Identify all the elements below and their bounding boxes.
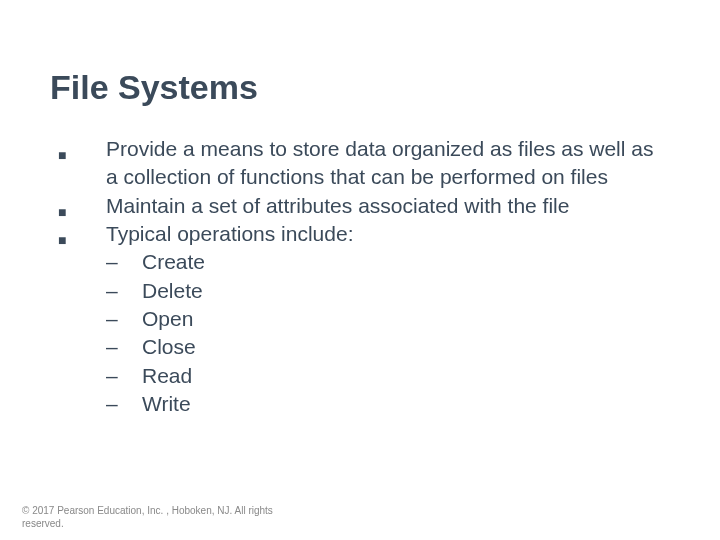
slide: File Systems ■ Provide a means to store … (0, 0, 720, 540)
sub-item: – Write (106, 390, 670, 418)
sub-marker: – (106, 248, 142, 276)
bullet-text: Typical operations include: – Create – D… (106, 220, 670, 418)
slide-title: File Systems (50, 68, 670, 107)
bullet-text: Provide a means to store data organized … (106, 135, 670, 192)
bullet-marker: ■ (58, 135, 106, 192)
sub-item: – Read (106, 362, 670, 390)
sub-text: Create (142, 248, 205, 276)
bullet-item: ■ Maintain a set of attributes associate… (58, 192, 670, 220)
sub-item: – Create (106, 248, 670, 276)
square-bullet-icon: ■ (58, 147, 66, 163)
bullet-marker: ■ (58, 192, 106, 220)
sub-text: Delete (142, 277, 203, 305)
sub-marker: – (106, 277, 142, 305)
slide-body: ■ Provide a means to store data organize… (50, 135, 670, 418)
sub-marker: – (106, 305, 142, 333)
sub-list: – Create – Delete – Open – Close (106, 248, 670, 418)
dash-icon: – (106, 392, 118, 415)
bullet-item: ■ Provide a means to store data organize… (58, 135, 670, 192)
dash-icon: – (106, 307, 118, 330)
bullet-item: ■ Typical operations include: – Create –… (58, 220, 670, 418)
bullet-text: Maintain a set of attributes associated … (106, 192, 670, 220)
dash-icon: – (106, 250, 118, 273)
sub-text: Read (142, 362, 192, 390)
dash-icon: – (106, 279, 118, 302)
sub-marker: – (106, 333, 142, 361)
footer-line: reserved. (22, 518, 273, 531)
sub-item: – Close (106, 333, 670, 361)
square-bullet-icon: ■ (58, 232, 66, 248)
sub-marker: – (106, 390, 142, 418)
dash-icon: – (106, 335, 118, 358)
dash-icon: – (106, 364, 118, 387)
bullet-marker: ■ (58, 220, 106, 418)
sub-item: – Delete (106, 277, 670, 305)
sub-text: Open (142, 305, 193, 333)
sub-text: Write (142, 390, 191, 418)
copyright-footer: © 2017 Pearson Education, Inc. , Hoboken… (22, 505, 273, 530)
footer-line: © 2017 Pearson Education, Inc. , Hoboken… (22, 505, 273, 518)
sub-item: – Open (106, 305, 670, 333)
square-bullet-icon: ■ (58, 204, 66, 220)
bullet-text-line: Typical operations include: (106, 220, 670, 248)
sub-marker: – (106, 362, 142, 390)
sub-text: Close (142, 333, 196, 361)
